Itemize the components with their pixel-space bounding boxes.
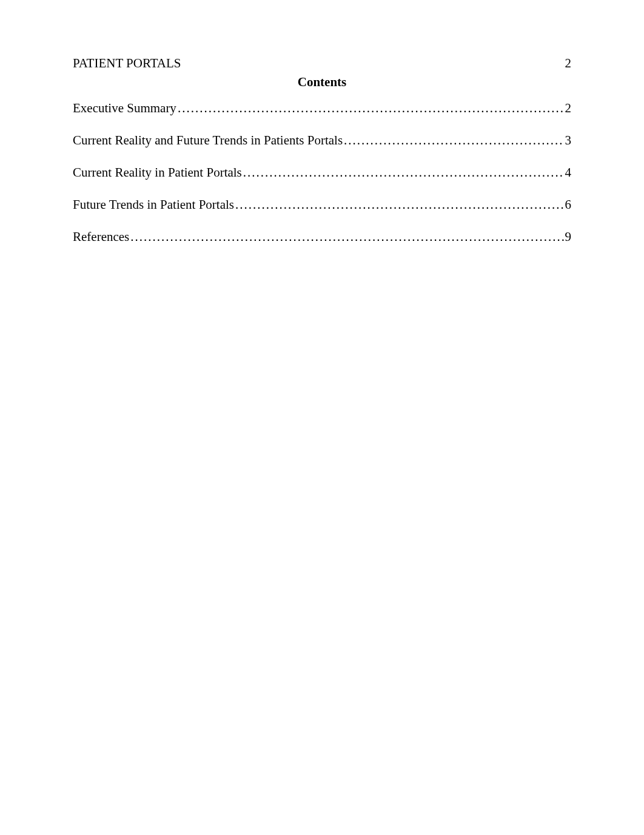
toc-entry: Executive Summary ......................… — [73, 101, 571, 116]
toc-entry-page: 9 — [565, 229, 572, 245]
running-title: PATIENT PORTALS — [73, 56, 181, 71]
toc-entry-page: 4 — [565, 165, 572, 180]
toc-leader-dots: ........................................… — [235, 197, 563, 212]
toc-leader-dots: ........................................… — [243, 165, 564, 180]
toc-entry: Current Reality in Patient Portals .....… — [73, 165, 571, 180]
toc-entry-title: Future Trends in Patient Portals — [73, 197, 234, 212]
toc-leader-dots: ........................................… — [344, 133, 563, 148]
toc-entry-page: 6 — [565, 197, 572, 212]
toc-entry-title: References — [73, 229, 129, 245]
running-header: PATIENT PORTALS 2 — [73, 56, 571, 71]
toc-leader-dots: ........................................… — [178, 101, 564, 116]
toc-entry-title: Executive Summary — [73, 101, 176, 116]
toc-entry: Future Trends in Patient Portals .......… — [73, 197, 571, 212]
contents-heading: Contents — [73, 75, 571, 90]
toc-entry: Current Reality and Future Trends in Pat… — [73, 133, 571, 148]
document-page: PATIENT PORTALS 2 Contents Executive Sum… — [0, 0, 644, 835]
toc-leader-dots: ........................................… — [130, 229, 563, 245]
toc-entry: References .............................… — [73, 229, 571, 245]
page-number: 2 — [565, 56, 572, 71]
toc-entry-page: 3 — [565, 133, 572, 148]
toc-entry-title: Current Reality and Future Trends in Pat… — [73, 133, 343, 148]
toc-entry-page: 2 — [565, 101, 572, 116]
toc-entry-title: Current Reality in Patient Portals — [73, 165, 242, 180]
table-of-contents: Executive Summary ......................… — [73, 101, 571, 245]
